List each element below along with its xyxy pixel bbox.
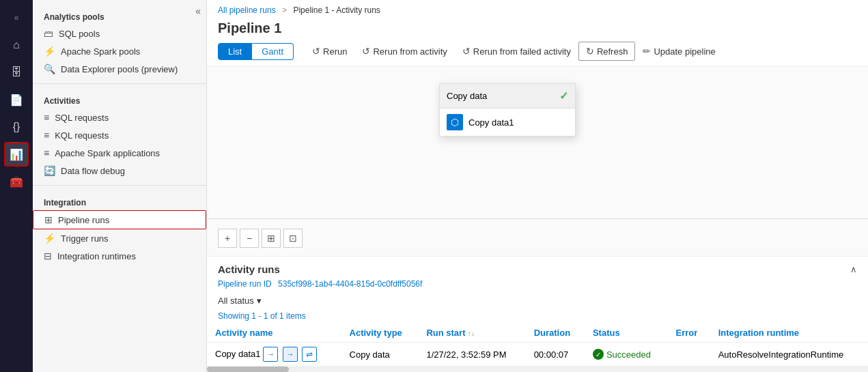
sql-requests-icon: ≡ bbox=[44, 112, 49, 123]
manage-icon-btn[interactable]: 🧰 bbox=[4, 169, 29, 194]
breadcrumb-link[interactable]: All pipeline runs bbox=[218, 5, 276, 15]
tab-list[interactable]: List bbox=[218, 43, 252, 60]
check-icon: ✓ bbox=[559, 89, 568, 102]
activity-runs-table: Activity name Activity type Run start ↑↓… bbox=[207, 324, 868, 367]
showing-count: Showing 1 - 1 of 1 items bbox=[207, 309, 868, 324]
sidebar-label-trigger-runs: Trigger runs bbox=[61, 233, 109, 244]
zoom-in-button[interactable]: + bbox=[218, 229, 237, 248]
sidebar-label-spark-apps: Apache Spark applications bbox=[55, 148, 160, 158]
cell-activity-type: Copy data bbox=[341, 343, 419, 367]
spark-apps-icon: ≡ bbox=[44, 147, 49, 158]
rerun-from-activity-button[interactable]: ↺ Rerun from activity bbox=[354, 42, 454, 61]
page-title: Pipeline 1 bbox=[207, 18, 868, 42]
col-duration: Duration bbox=[526, 324, 585, 343]
notebook-icon-btn[interactable]: 📄 bbox=[4, 87, 29, 112]
sidebar-label-data-explorer: Data Explorer pools (preview) bbox=[61, 64, 178, 74]
monitor-icon-btn[interactable]: 📊 bbox=[4, 142, 29, 167]
cell-integration-runtime: AutoResolveIntegrationRuntime bbox=[710, 343, 868, 367]
row-output-action-btn[interactable]: → bbox=[283, 347, 298, 362]
refresh-label: Refresh bbox=[597, 46, 628, 57]
rerun-from-failed-button[interactable]: ↺ Rerun from failed activity bbox=[455, 42, 578, 61]
sidebar-item-apache-spark-pools[interactable]: ⚡ Apache Spark pools bbox=[33, 42, 206, 60]
col-integration-runtime: Integration runtime bbox=[710, 324, 868, 343]
col-error: Error bbox=[667, 324, 710, 343]
status-filter-dropdown[interactable]: All status ▾ bbox=[207, 293, 868, 309]
sidebar-label-integration-runtimes: Integration runtimes bbox=[57, 251, 136, 261]
sidebar-item-trigger-runs[interactable]: ⚡ Trigger runs bbox=[33, 229, 206, 247]
row-link-action-btn[interactable]: ⇌ bbox=[302, 347, 317, 362]
sidebar-collapse-btn[interactable]: « bbox=[195, 5, 201, 16]
success-circle-icon: ✓ bbox=[593, 349, 604, 360]
copy-data-icon: ⬡ bbox=[447, 114, 463, 130]
pipeline-runs-icon: ⊞ bbox=[44, 214, 53, 225]
tab-gantt[interactable]: Gantt bbox=[252, 43, 294, 60]
divider-2 bbox=[33, 185, 206, 186]
toolbar: List Gantt ↺ Rerun ↺ Rerun from activity… bbox=[207, 42, 868, 67]
spark-pools-icon: ⚡ bbox=[44, 46, 55, 57]
sidebar-item-integration-runtimes[interactable]: ⊟ Integration runtimes bbox=[33, 247, 206, 265]
integration-runtimes-icon: ⊟ bbox=[44, 251, 52, 261]
table-row: Copy data1 → → ⇌ Copy data 1/27/22, 3:52… bbox=[207, 343, 868, 367]
develop-icon-btn[interactable]: {} bbox=[4, 115, 29, 139]
sidebar-item-pipeline-runs[interactable]: ⊞ Pipeline runs bbox=[33, 210, 206, 229]
cell-activity-name: Copy data1 → → ⇌ bbox=[207, 343, 341, 367]
main-content: All pipeline runs > Pipeline 1 - Activit… bbox=[207, 0, 868, 372]
canvas-controls: + − ⊞ ⊡ bbox=[218, 229, 303, 248]
status-success-badge: ✓ Succeeded bbox=[593, 349, 660, 360]
update-pipeline-label: Update pipeline bbox=[654, 46, 715, 57]
pipeline-canvas[interactable]: Copy data ✓ ⬡ Copy data1 + − ⊞ ⊡ bbox=[207, 67, 868, 257]
sidebar-label-spark-pools: Apache Spark pools bbox=[61, 46, 140, 57]
sidebar-item-data-flow-debug[interactable]: 🔄 Data flow debug bbox=[33, 162, 206, 180]
cell-status: ✓ Succeeded bbox=[585, 343, 668, 367]
pipeline-run-id-row: Pipeline run ID 535cf998-1ab4-4404-815d-… bbox=[207, 278, 868, 293]
zoom-out-button[interactable]: − bbox=[240, 229, 259, 248]
horizontal-scrollbar[interactable] bbox=[207, 367, 868, 372]
breadcrumb-separator: > bbox=[282, 5, 287, 15]
dropdown-item-label: Copy data1 bbox=[468, 117, 514, 128]
sidebar-item-data-explorer[interactable]: 🔍 Data Explorer pools (preview) bbox=[33, 60, 206, 78]
dropdown-item-copy-data1[interactable]: ⬡ Copy data1 bbox=[440, 109, 575, 136]
sidebar-label-sql-pools: SQL pools bbox=[59, 29, 100, 39]
fit-view-button[interactable]: ⊞ bbox=[262, 229, 281, 248]
rerun-from-activity-label: Rerun from activity bbox=[373, 46, 447, 57]
home-icon-btn[interactable]: ⌂ bbox=[4, 33, 29, 57]
rerun-from-failed-icon: ↺ bbox=[462, 46, 471, 57]
data-icon-btn[interactable]: 🗄 bbox=[4, 60, 29, 85]
col-status: Status bbox=[585, 324, 668, 343]
data-flow-debug-icon: 🔄 bbox=[44, 165, 55, 176]
iconbar-collapse-btn[interactable]: « bbox=[4, 5, 29, 30]
cell-duration: 00:00:07 bbox=[526, 343, 585, 367]
update-pipeline-button[interactable]: ✏ Update pipeline bbox=[635, 42, 723, 61]
activity-runs-title: Activity runs bbox=[218, 263, 280, 275]
refresh-button[interactable]: ↻ Refresh bbox=[578, 42, 636, 61]
sidebar-item-kql-requests[interactable]: ≡ KQL requests bbox=[33, 126, 206, 144]
divider-1 bbox=[33, 83, 206, 84]
activity-runs-header: Activity runs ∧ bbox=[207, 257, 868, 278]
rerun-label: Rerun bbox=[323, 46, 347, 57]
pipeline-run-id-value: 535cf998-1ab4-4404-815d-0c0fdff5056f bbox=[278, 279, 422, 289]
integration-header: Integration bbox=[33, 191, 206, 210]
col-run-start[interactable]: Run start ↑↓ bbox=[418, 324, 525, 343]
status-filter-chevron: ▾ bbox=[257, 296, 262, 306]
refresh-icon: ↻ bbox=[586, 46, 594, 57]
sidebar-item-spark-apps[interactable]: ≡ Apache Spark applications bbox=[33, 144, 206, 162]
analytics-pools-header: Analytics pools bbox=[33, 5, 206, 25]
col-activity-type: Activity type bbox=[341, 324, 419, 343]
update-pipeline-icon: ✏ bbox=[643, 46, 651, 57]
sidebar-item-sql-requests[interactable]: ≡ SQL requests bbox=[33, 109, 206, 126]
activity-runs-collapse[interactable]: ∧ bbox=[850, 264, 857, 274]
scroll-thumb[interactable] bbox=[207, 367, 289, 372]
rerun-from-failed-label: Rerun from failed activity bbox=[473, 46, 571, 57]
kql-requests-icon: ≡ bbox=[44, 130, 49, 141]
sidebar-item-sql-pools[interactable]: 🗃 SQL pools bbox=[33, 25, 206, 42]
sidebar-label-data-flow-debug: Data flow debug bbox=[61, 166, 125, 176]
fullscreen-button[interactable]: ⊡ bbox=[283, 229, 303, 248]
data-explorer-icon: 🔍 bbox=[44, 63, 55, 74]
pipeline-run-id-label: Pipeline run ID bbox=[218, 279, 272, 289]
dropdown-header: Copy data ✓ bbox=[440, 84, 575, 109]
row-input-action-btn[interactable]: → bbox=[263, 347, 278, 362]
rerun-button[interactable]: ↺ Rerun bbox=[305, 42, 354, 61]
table-scroll[interactable]: Activity name Activity type Run start ↑↓… bbox=[207, 324, 868, 372]
sidebar-label-kql-requests: KQL requests bbox=[55, 130, 109, 141]
activity-runs-section: Activity runs ∧ Pipeline run ID 535cf998… bbox=[207, 257, 868, 372]
